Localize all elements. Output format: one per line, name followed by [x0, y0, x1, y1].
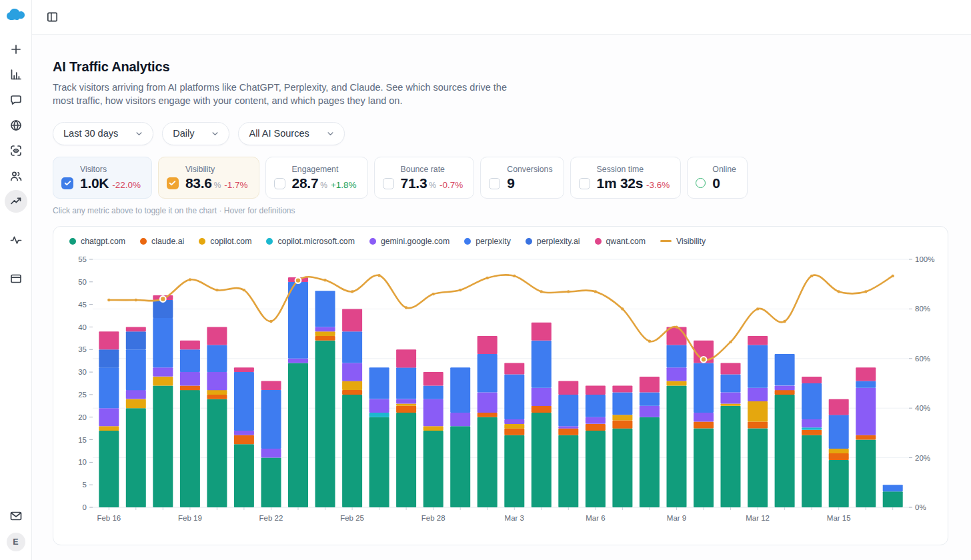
bar-segment-gemini-google-com[interactable]	[315, 327, 335, 331]
bar-segment-perplexity[interactable]	[640, 392, 660, 405]
bar-segment-perplexity[interactable]	[261, 390, 281, 449]
bar-segment-chatgpt-com[interactable]	[586, 431, 606, 507]
bar-segment-qwant-com[interactable]	[396, 349, 416, 367]
visibility-point[interactable]	[810, 274, 813, 277]
bar-segment-claude-ai[interactable]	[477, 413, 498, 417]
bar-segment-gemini-google-com[interactable]	[369, 399, 389, 412]
legend-item-copilot-microsoft-com[interactable]: copilot.microsoft.com	[266, 237, 355, 246]
bar-segment-chatgpt-com[interactable]	[504, 435, 524, 507]
bar-segment-claude-ai[interactable]	[829, 453, 849, 459]
visibility-point[interactable]	[838, 290, 840, 293]
visibility-point[interactable]	[405, 306, 407, 309]
visibility-point[interactable]	[486, 276, 489, 279]
bar-segment-gemini-google-com[interactable]	[721, 392, 741, 403]
visibility-point[interactable]	[567, 290, 570, 293]
bar-segment-perplexity[interactable]	[856, 381, 876, 387]
visibility-point[interactable]	[107, 298, 110, 301]
granularity-select[interactable]: Daily	[162, 122, 229, 145]
bar-segment-perplexity[interactable]	[775, 354, 795, 385]
bar-segment-perplexity[interactable]	[315, 291, 335, 327]
bar-segment-gemini-google-com[interactable]	[207, 372, 227, 390]
bar-segment-perplexity[interactable]	[612, 392, 632, 415]
sidebar-item-messages[interactable]	[8, 92, 24, 108]
metric-checkbox-unchecked[interactable]	[579, 178, 590, 189]
bar-segment-claude-ai[interactable]	[612, 420, 632, 428]
bar-segment-qwant-com[interactable]	[748, 336, 768, 345]
visibility-point[interactable]	[432, 292, 435, 295]
bar-segment-claude-ai[interactable]	[586, 423, 606, 430]
metric-checkbox-unchecked[interactable]	[489, 178, 500, 189]
bar-segment-perplexity[interactable]	[694, 363, 714, 412]
bar-segment-chatgpt-com[interactable]	[775, 394, 795, 507]
bar-segment-copilot-com[interactable]	[342, 381, 362, 390]
bar-segment-chatgpt-com[interactable]	[261, 457, 281, 507]
visibility-point[interactable]	[269, 319, 272, 322]
legend-item-perplexity[interactable]: perplexity	[464, 237, 511, 246]
bar-segment-copilot-com[interactable]	[126, 399, 146, 408]
bar-segment-perplexity[interactable]	[829, 415, 849, 449]
bar-segment-qwant-com[interactable]	[207, 327, 227, 345]
bar-segment-gemini-google-com[interactable]	[558, 426, 578, 428]
bar-segment-chatgpt-com[interactable]	[153, 385, 173, 507]
legend-item-chatgpt-com[interactable]: chatgpt.com	[69, 237, 125, 246]
bar-segment-claude-ai[interactable]	[532, 405, 552, 412]
bar-segment-gemini-google-com[interactable]	[180, 372, 200, 385]
bar-segment-chatgpt-com[interactable]	[721, 405, 741, 507]
bar-segment-gemini-google-com[interactable]	[396, 399, 416, 403]
visibility-point-highlight[interactable]	[160, 296, 166, 302]
visibility-point[interactable]	[513, 274, 516, 277]
bar-segment-qwant-com[interactable]	[477, 336, 498, 354]
visibility-point[interactable]	[351, 290, 353, 293]
bar-segment-gemini-google-com[interactable]	[477, 392, 498, 412]
bar-segment-qwant-com[interactable]	[99, 331, 119, 349]
bar-segment-perplexity[interactable]	[504, 374, 524, 419]
bar-segment-perplexity[interactable]	[99, 367, 119, 408]
bar-segment-gemini-google-com[interactable]	[423, 399, 443, 426]
bar-segment-claude-ai[interactable]	[775, 390, 795, 395]
bar-segment-qwant-com[interactable]	[342, 309, 362, 331]
bar-segment-chatgpt-com[interactable]	[748, 428, 768, 507]
bar-segment-perplexity[interactable]	[396, 367, 416, 399]
bar-segment-qwant-com[interactable]	[802, 376, 822, 383]
sidebar-item-activity[interactable]	[8, 232, 24, 248]
legend-item-copilot-com[interactable]: copilot.com	[199, 237, 251, 246]
bar-segment-perplexity[interactable]	[126, 349, 146, 390]
legend-item-perplexity-ai[interactable]: perplexity.ai	[526, 237, 580, 246]
bar-segment-copilot-com[interactable]	[396, 403, 416, 405]
visibility-point[interactable]	[648, 339, 651, 342]
bar-segment-claude-ai[interactable]	[802, 429, 822, 435]
metric-card-online[interactable]: Online0	[687, 157, 748, 199]
bar-segment-gemini-google-com[interactable]	[802, 419, 822, 427]
visibility-point[interactable]	[892, 274, 894, 277]
metric-checkbox-checked[interactable]	[61, 177, 73, 189]
bar-segment-claude-ai[interactable]	[748, 421, 768, 428]
bar-segment-chatgpt-com[interactable]	[856, 439, 876, 507]
bar-segment-chatgpt-com[interactable]	[558, 435, 578, 507]
sidebar-item-new[interactable]	[8, 41, 24, 57]
bar-segment-gemini-google-com[interactable]	[99, 408, 119, 426]
sidebar-item-web[interactable]	[8, 117, 24, 133]
bar-segment-chatgpt-com[interactable]	[640, 417, 660, 507]
bar-segment-chatgpt-com[interactable]	[883, 491, 903, 507]
bar-segment-copilot-com[interactable]	[153, 376, 173, 385]
bar-segment-perplexity[interactable]	[721, 374, 741, 392]
bar-segment-chatgpt-com[interactable]	[532, 413, 552, 507]
bar-segment-qwant-com[interactable]	[721, 363, 741, 374]
bar-segment-qwant-com[interactable]	[423, 372, 443, 385]
bar-segment-copilot-com[interactable]	[207, 390, 227, 395]
bar-segment-qwant-com[interactable]	[234, 367, 254, 372]
online-status-ring[interactable]	[696, 178, 706, 188]
bar-segment-chatgpt-com[interactable]	[612, 428, 632, 507]
visibility-point[interactable]	[756, 307, 759, 310]
bar-segment-copilot-com[interactable]	[504, 423, 524, 428]
bar-segment-copilot-com[interactable]	[99, 426, 119, 431]
bar-segment-perplexity-ai[interactable]	[99, 349, 119, 367]
bar-segment-copilot-com[interactable]	[315, 331, 335, 336]
bar-segment-gemini-google-com[interactable]	[126, 390, 146, 399]
bar-segment-gemini-google-com[interactable]	[234, 431, 254, 435]
visibility-point[interactable]	[323, 279, 326, 281]
bar-segment-qwant-com[interactable]	[558, 381, 578, 394]
bar-segment-qwant-com[interactable]	[504, 363, 524, 374]
bar-segment-gemini-google-com[interactable]	[288, 358, 308, 363]
bar-segment-qwant-com[interactable]	[829, 399, 849, 415]
